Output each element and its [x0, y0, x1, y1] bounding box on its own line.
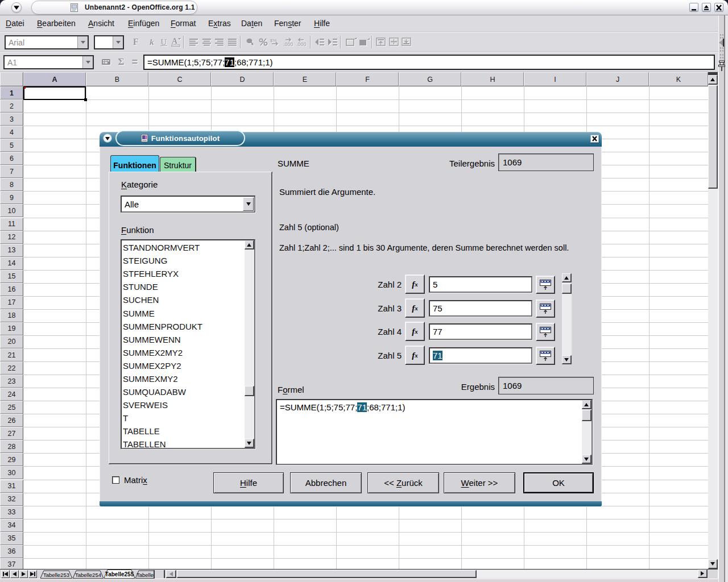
row-header-34[interactable]: 34 — [0, 519, 23, 532]
argument-input-5[interactable]: 71 — [429, 347, 532, 364]
function-item-summex2my2[interactable]: SUMMEX2MY2 — [122, 346, 245, 359]
percent-icon[interactable] — [257, 35, 270, 49]
argument-input-3[interactable]: 75 — [429, 300, 532, 317]
menu-bearbeiten[interactable]: Bearbeiten — [37, 19, 76, 28]
category-dropdown[interactable] — [243, 197, 254, 211]
hscroll-right-button[interactable] — [698, 569, 708, 578]
function-item-t[interactable]: T — [122, 411, 245, 425]
row-header-32[interactable]: 32 — [0, 493, 23, 506]
toolbar-handle-lower[interactable] — [719, 47, 724, 52]
dialog-button-hilfe[interactable]: Hilfe — [213, 472, 284, 493]
arg-scroll-thumb[interactable] — [562, 284, 572, 294]
list-scroll-thumb[interactable] — [245, 386, 254, 396]
maximize-button[interactable] — [702, 3, 711, 11]
selected-cell-a1[interactable] — [23, 86, 86, 100]
horizontal-scrollbar[interactable] — [176, 570, 698, 578]
tab-scrollbar-splitter[interactable] — [154, 570, 165, 578]
arg-scroll-down[interactable] — [562, 355, 572, 364]
function-item-summewenn[interactable]: SUMMEWENN — [122, 333, 245, 346]
decrease-indent-icon[interactable] — [313, 35, 326, 49]
sheet-tab-tabelle253[interactable]: Tabelle253 — [40, 569, 72, 579]
align-right-icon[interactable] — [213, 35, 226, 49]
shrink-button[interactable] — [536, 347, 555, 365]
row-header-26[interactable]: 26 — [0, 414, 23, 427]
row-header-23[interactable]: 23 — [0, 375, 23, 388]
column-header-j[interactable]: J — [586, 72, 649, 86]
align-vcenter-icon[interactable] — [387, 35, 401, 49]
row-header-27[interactable]: 27 — [0, 427, 23, 440]
row-header-8[interactable]: 8 — [0, 178, 23, 191]
formula-scroll-thumb[interactable] — [582, 410, 592, 421]
function-item-sverweis[interactable]: SVERWEIS — [122, 398, 245, 411]
function-item-suchen[interactable]: SUCHEN — [122, 293, 245, 306]
row-header-16[interactable]: 16 — [0, 283, 23, 296]
function-item-sumquadabw[interactable]: SUMQUADABW — [122, 385, 245, 398]
formula-scroll-down[interactable] — [582, 455, 592, 464]
scroll-down-button[interactable] — [708, 559, 718, 569]
sheet-tab-tabelle[interactable]: Tabelle — [135, 569, 155, 579]
add-decimal-icon[interactable]: .000 — [282, 35, 296, 49]
function-item-tabellen[interactable]: TABELLEN — [122, 438, 245, 448]
menu-daten[interactable]: Daten — [241, 19, 262, 28]
column-header-i[interactable]: I — [524, 72, 586, 86]
bold-icon[interactable]: F — [129, 35, 143, 49]
menu-extras[interactable]: Extras — [208, 19, 231, 28]
function-item-stunde[interactable]: STUNDE — [122, 280, 245, 293]
argument-input-2[interactable]: 5 — [429, 276, 532, 293]
format-standard-icon[interactable]: $% — [269, 35, 283, 49]
menu-datei[interactable]: Datei — [6, 19, 24, 28]
function-item-steigung[interactable]: STEIGUNG — [122, 254, 245, 267]
menu-fenster[interactable]: Fenster — [274, 19, 301, 28]
row-header-25[interactable]: 25 — [0, 401, 23, 414]
pin-icon[interactable] — [718, 60, 726, 72]
row-header-1[interactable]: 1 — [0, 86, 23, 99]
arg-scroll-up[interactable] — [562, 273, 572, 282]
vertical-scroll-thumb[interactable] — [708, 85, 718, 189]
minimize-button[interactable] — [689, 3, 698, 11]
fx-button[interactable]: fx — [405, 346, 425, 365]
function-item-summexmy2[interactable]: SUMMEXMY2 — [122, 372, 245, 385]
row-header-20[interactable]: 20 — [0, 335, 23, 348]
tab-struktur[interactable]: Struktur — [160, 157, 196, 172]
font-name-dropdown[interactable] — [77, 36, 88, 48]
row-header-11[interactable]: 11 — [0, 218, 23, 231]
shrink-button[interactable] — [536, 323, 555, 341]
dialog-button-weiter[interactable]: Weiter >> — [444, 472, 515, 493]
vertical-scrollbar[interactable] — [708, 72, 718, 569]
increase-indent-icon[interactable] — [326, 35, 340, 49]
row-header-29[interactable]: 29 — [0, 453, 23, 466]
font-color-icon[interactable]: A — [169, 35, 183, 49]
column-header-d[interactable]: D — [211, 72, 274, 86]
row-header-4[interactable]: 4 — [0, 126, 23, 139]
row-header-6[interactable]: 6 — [0, 152, 23, 165]
dialog-button-ok[interactable]: OK — [523, 472, 594, 493]
sum-icon[interactable]: Σ — [115, 56, 127, 68]
function-item-summenprodukt[interactable]: SUMMENPRODUKT — [122, 320, 245, 333]
dialog-menu-button[interactable] — [103, 134, 112, 143]
column-header-g[interactable]: G — [399, 72, 461, 86]
row-header-10[interactable]: 10 — [0, 204, 23, 217]
row-header-12[interactable]: 12 — [0, 231, 23, 244]
font-size-dropdown[interactable] — [113, 36, 123, 48]
formula-scroll-up[interactable] — [582, 400, 592, 409]
row-header-18[interactable]: 18 — [0, 309, 23, 322]
row-header-14[interactable]: 14 — [0, 257, 23, 270]
borders-icon[interactable] — [345, 35, 358, 49]
dialog-close-button[interactable] — [590, 135, 599, 143]
row-header-35[interactable]: 35 — [0, 532, 23, 545]
align-top-icon[interactable] — [374, 35, 388, 49]
row-header-33[interactable]: 33 — [0, 506, 23, 519]
row-header-2[interactable]: 2 — [0, 99, 23, 113]
category-combo[interactable]: Alle — [121, 196, 255, 213]
fx-button[interactable]: fx — [405, 322, 425, 341]
function-item-standnormvert[interactable]: STANDNORMVERT — [122, 241, 245, 254]
menu-ansicht[interactable]: Ansicht — [88, 19, 114, 28]
window-menu-button[interactable] — [11, 2, 22, 13]
align-bottom-icon[interactable] — [400, 35, 413, 49]
column-header-f[interactable]: F — [336, 72, 399, 86]
column-header-k[interactable]: K — [649, 72, 708, 86]
row-header-30[interactable]: 30 — [0, 466, 23, 479]
sheet-tab-tabelle254[interactable]: Tabelle254 — [73, 569, 104, 579]
cell-reference-box[interactable]: A1 — [3, 55, 94, 69]
list-scroll-down[interactable] — [245, 439, 254, 448]
